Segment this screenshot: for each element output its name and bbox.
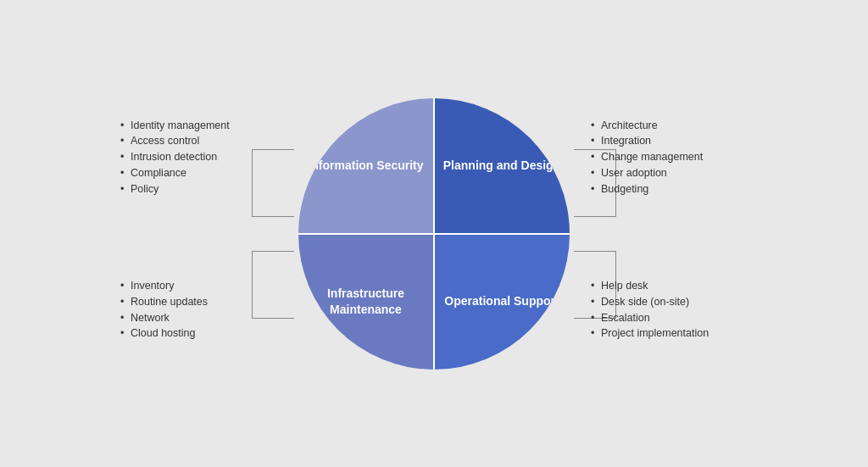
- list-item: Identity management: [120, 118, 277, 134]
- quadrant-operational: Operational Support: [434, 234, 570, 370]
- list-item: Access control: [120, 133, 277, 149]
- list-item: Escalation: [591, 310, 748, 326]
- vertical-divider: [433, 98, 435, 370]
- list-item: Project implementation: [591, 325, 748, 342]
- list-item: Change management: [591, 149, 748, 165]
- left-panel: Identity managementAccess controlIntrusi…: [120, 98, 290, 370]
- bracket-left-bottom: [252, 251, 294, 319]
- list-item: Desk side (on-site): [591, 294, 748, 310]
- quadrant-info-security: Information Security: [298, 98, 434, 234]
- bracket-left-top: [252, 149, 294, 217]
- list-item: Architecture: [591, 118, 748, 134]
- quadrant-planning-design: Planning and Design: [434, 98, 570, 234]
- right-panel: ArchitectureIntegrationChange management…: [578, 98, 748, 370]
- list-item: Budgeting: [591, 181, 748, 197]
- list-item: Help desk: [591, 278, 748, 294]
- circle-diagram: Information Security Planning and Design…: [298, 98, 570, 370]
- quadrant-infrastructure: Infrastructure Maintenance: [298, 234, 434, 370]
- list-item: User adoption: [591, 165, 748, 181]
- main-container: Identity managementAccess controlIntrusi…: [27, 18, 841, 450]
- list-item: Cloud hosting: [120, 325, 277, 342]
- list-item: Integration: [591, 133, 748, 149]
